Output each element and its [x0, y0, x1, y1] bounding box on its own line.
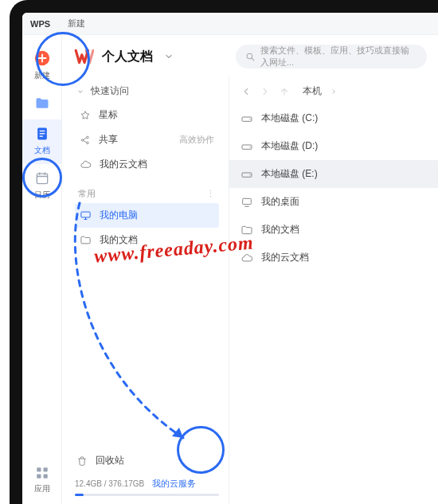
drive-label: 本地磁盘 (C:) [261, 111, 318, 125]
nav-cloud-docs-label: 我的云文档 [100, 158, 147, 171]
nav-my-docs-label: 我的文档 [100, 233, 138, 247]
forward-icon[interactable] [260, 86, 271, 97]
chevron-right-icon [330, 88, 338, 96]
app-name: WPS [30, 19, 50, 29]
drive-label: 我的云文档 [261, 251, 309, 264]
folder-doc-icon [80, 234, 92, 246]
drive-icon [241, 168, 253, 181]
drive-row[interactable]: 我的桌面 [229, 188, 438, 216]
svg-point-20 [249, 119, 250, 119]
plus-circle-icon [33, 49, 51, 67]
nav-recycle-label: 回收站 [96, 454, 124, 467]
frequent-group: 常用 ⋮ [75, 188, 219, 203]
storage-bar [75, 494, 219, 496]
svg-rect-9 [37, 467, 41, 471]
folder-doc-icon [241, 224, 253, 236]
drive-label: 本地磁盘 (D:) [261, 139, 318, 153]
svg-point-17 [87, 142, 89, 144]
rail-label: 日历 [34, 189, 50, 201]
nav-recycle[interactable]: 回收站 [75, 448, 219, 473]
nav-star[interactable]: 星标 [75, 103, 219, 127]
storage-text: 12.4GB / 376.17GB [75, 479, 144, 488]
path-nav: 本机 [229, 80, 438, 104]
chevron-down-icon[interactable] [164, 52, 174, 61]
trash-icon [76, 455, 88, 467]
svg-rect-10 [43, 467, 47, 471]
rail-label: 文档 [34, 145, 50, 156]
cloud-icon [80, 158, 92, 170]
folder-icon [34, 96, 50, 111]
calendar-icon [34, 170, 50, 186]
chevron-down-icon [76, 88, 84, 96]
nav-share-label: 共享 [99, 133, 118, 147]
svg-rect-11 [37, 475, 41, 479]
more-icon[interactable]: ⋮ [206, 189, 216, 199]
svg-point-15 [81, 139, 84, 141]
nav-star-label: 星标 [99, 108, 118, 122]
svg-point-22 [249, 147, 250, 147]
drive-row[interactable]: 本地磁盘 (C:) [229, 104, 438, 132]
quick-access-header[interactable]: 快速访问 [75, 80, 219, 103]
svg-rect-12 [43, 475, 47, 479]
svg-rect-4 [39, 136, 42, 137]
rail-label: 新建 [34, 70, 50, 81]
nav-my-computer-label: 我的电脑 [100, 209, 138, 222]
cloud-service-link[interactable]: 我的云服务 [152, 478, 196, 490]
document-icon [34, 126, 50, 142]
share-icon [80, 135, 91, 146]
svg-line-14 [252, 58, 254, 61]
content-panel: 本机 本地磁盘 (C:) 本地磁盘 (D:) 本地磁盘 (E:) [229, 76, 438, 504]
search-input[interactable]: 搜索文件、模板、应用、技巧或直接输入网址... [236, 45, 427, 68]
quick-access-label: 快速访问 [91, 84, 129, 98]
drive-icon [241, 112, 253, 125]
page-title: 个人文档 [102, 49, 153, 65]
title-bar: WPS 新建 [22, 13, 438, 35]
nav-share[interactable]: 共享 高效协作 [75, 127, 219, 152]
share-hint: 高效协作 [179, 134, 214, 146]
monitor-icon [80, 209, 92, 221]
search-icon [245, 52, 256, 62]
rail-docs[interactable]: 文档 [22, 119, 61, 164]
rail-label: 应用 [34, 483, 50, 494]
svg-rect-5 [37, 174, 47, 184]
left-rail: 新建 文档 日历 [22, 35, 62, 504]
drive-row[interactable]: 本地磁盘 (D:) [229, 132, 438, 160]
up-icon[interactable] [279, 86, 290, 97]
star-icon [80, 110, 91, 121]
header: 个人文档 搜索文件、模板、应用、技巧或直接输入网址... [62, 35, 438, 76]
svg-rect-18 [81, 212, 90, 217]
drive-row[interactable]: 我的文档 [229, 216, 438, 244]
rail-new[interactable]: 新建 [22, 43, 61, 89]
svg-point-13 [247, 53, 252, 59]
back-icon[interactable] [241, 86, 252, 97]
svg-rect-25 [243, 198, 252, 204]
search-placeholder: 搜索文件、模板、应用、技巧或直接输入网址... [260, 45, 417, 68]
rail-calendar[interactable]: 日历 [22, 164, 61, 209]
drive-label: 我的桌面 [261, 195, 299, 209]
rail-folder[interactable] [22, 89, 61, 119]
nav-my-docs[interactable]: 我的文档 [75, 228, 219, 252]
drive-icon [241, 140, 253, 153]
wps-logo-icon [73, 46, 94, 67]
svg-point-24 [249, 174, 250, 175]
drive-label: 我的文档 [261, 223, 299, 236]
cloud-icon [241, 252, 253, 264]
desktop-icon [241, 196, 253, 209]
svg-rect-3 [39, 133, 45, 134]
drive-row[interactable]: 我的云文档 [229, 244, 438, 272]
nav-panel: 快速访问 星标 共享 高效协作 我的云文档 [62, 76, 229, 504]
location-label[interactable]: 本机 [303, 84, 322, 98]
drive-label: 本地磁盘 (E:) [261, 167, 318, 181]
nav-cloud-docs[interactable]: 我的云文档 [75, 152, 219, 177]
frequent-label: 常用 [78, 188, 96, 200]
svg-rect-2 [39, 131, 45, 131]
new-tab[interactable]: 新建 [68, 18, 85, 29]
drive-row[interactable]: 本地磁盘 (E:) [229, 160, 438, 188]
apps-grid-icon [35, 466, 49, 480]
svg-point-16 [87, 136, 89, 139]
nav-my-computer[interactable]: 我的电脑 [75, 203, 219, 228]
rail-apps[interactable]: 应用 [22, 459, 61, 494]
